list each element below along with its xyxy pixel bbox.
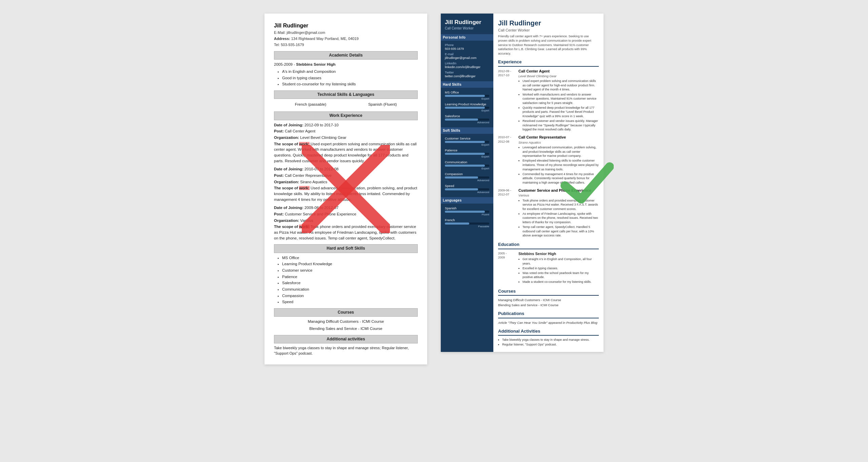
exp-2-b3: Commended by management 4 times for my p… [522,172,599,185]
courses-section-title: Courses [498,288,599,296]
personal-info-section: Personal Info [441,34,493,41]
exp-3-title: Customer Service and Phone Experience [518,188,599,193]
skill-2: Learning Product Knowledge [282,261,418,267]
speed-level: Advanced [445,191,489,194]
lpk-label: Learning Product Knowledge [445,102,489,106]
sidebar-title: Call Center Worker [445,26,489,30]
left-contact-tel: Tel: 503-935-1679 [274,42,418,48]
right-summary: Friendly call center agent with 7+ years… [498,34,599,56]
exp-3-bullets: Took phone orders and provided exemplary… [518,198,599,238]
w2-joining: Date of Joining: 2010-07 to 2012-08 [274,166,418,172]
sidebar-name: Jill Rudlinger [445,19,489,26]
additional-text: Take biweekly yoga classes to stay in sh… [274,345,418,356]
compassion-bar-bg [445,176,489,178]
edu-1-b2: Excelled in typing classes. [522,266,599,271]
soft-skill-compassion: Compassion Advanced [445,172,489,182]
edu-1-school: Stebbins Senior High [518,251,599,256]
patience-level: Expert [445,155,489,158]
phone-value: 503-935-1679 [445,47,489,50]
work-entry-1: Date of Joining: 2012-09 to 2017-10 Post… [274,122,418,164]
exp-entry-1: 2012-09 -2017-10 Call Center Agent Level… [498,69,599,132]
hardsoft-header: Hard and Soft Skills [274,244,418,253]
spanish-label: Spanish [445,206,489,210]
french-bar-bg [445,223,489,225]
lpk-bar-bg [445,107,489,109]
communication-level: Expert [445,167,489,170]
address-label: Address: [274,37,290,41]
courses-header: Courses [274,308,418,317]
exp-1-bullets: Used expert problem solving and communic… [518,79,599,132]
french-label: French [445,218,489,222]
exp-entry-3: 2009-06 -2012-07 Customer Service and Ph… [498,188,599,238]
edu-1-bullets: Got straight A's in English and Composit… [518,257,599,284]
spanish-bar-bg [445,211,489,213]
lang-french-bar: French Passable [445,218,489,228]
experience-section-title: Experience [498,59,599,66]
cs-bar-bg [445,141,489,143]
w3-joining: Date of Joining: 2009-06 to 2012-07 [274,205,418,211]
skill-8: Speed [282,299,418,305]
languages-row: French (passable) Spanish (Fluent) [274,101,418,108]
course-2: Blending Sales and Service - ICMI Course [274,326,418,332]
left-contact-email: E-Mail: jillrudlinger@gmail.com [274,30,418,36]
cs-bar-fill [445,141,485,143]
phone-label: Phone [445,43,489,47]
edu-1-b1: Got straight A's in English and Composit… [522,257,599,266]
spanish-level: Fluent [445,213,489,216]
speed-label: Speed [445,184,489,188]
twitter-value: twitter.com/jilllrudlinger [445,75,489,78]
right-name: Jill Rudlinger [498,18,599,28]
salesforce-bar-fill [445,119,478,121]
speed-bar-fill [445,188,478,190]
academic-bullet-1: A's in English and Composition [282,69,418,75]
speed-bar-bg [445,188,489,190]
communication-bar-fill [445,165,485,167]
w1-post: Post: Call Center Agent [274,128,418,134]
twitter-label: Twitter [445,71,489,74]
compassion-level: Advanced [445,179,489,182]
exp-2-bullets: Leveraged advanced communication, proble… [518,145,599,185]
exp-3-b3: Temp call center agent, SpeedyCollect. H… [522,225,599,238]
exp-1-company: Level Bevel Climbing Gear [518,74,599,78]
exp-2-body: Call Center Representative Sirano Aquati… [518,135,599,185]
exp-3-b2: As employee of Friedman Landscaping, spo… [522,212,599,225]
edu-1-b3: Was voted onto the school yearbook team … [522,271,599,279]
academic-bullet-2: Good in typing classes [282,75,418,81]
academic-bullets: A's in English and Composition Good in t… [274,69,418,87]
exp-1-dates: 2012-09 -2017-10 [498,69,516,132]
w2-org: Organization: Sirano Aquatics [274,179,418,185]
w1-joining: Date of Joining: 2012-09 to 2017-10 [274,122,418,128]
skill-1: MS Office [282,255,418,261]
exp-1-b1: Used expert problem solving and communic… [522,79,599,92]
academic-dates: 2005-2009 - [274,62,295,66]
publication-text: Article "They Can Hear You Smile" appear… [498,320,599,325]
linkedin-value: linkedin.com/in/jillrudlinger [445,65,489,69]
skill-5: Salesforce [282,280,418,286]
course-right-1: Managing Difficult Customers - ICMI Cour… [498,298,599,302]
publications-section-title: Publications [498,311,599,318]
spanish-bar-fill [445,211,485,213]
ms-office-bar-bg [445,95,489,97]
edu-1-dates: 2005 -2009 [498,251,516,285]
w1-scope: The scope of work: Used expert problem s… [274,141,418,164]
exp-1-b3: Quickly mastered deep product knowledge … [522,106,599,119]
patience-bar-fill [445,153,485,155]
academic-school: Stebbins Senior High [296,62,335,66]
lpk-level: Expert [445,109,489,112]
communication-bar-bg [445,165,489,167]
work-entry-2: Date of Joining: 2010-07 to 2012-08 Post… [274,166,418,202]
cs-level: Expert [445,143,489,146]
hard-soft-skills-list: MS Office Learning Product Knowledge Cus… [274,255,418,305]
resume-right: Jill Rudlinger Call Center Worker Person… [441,14,604,352]
email-label: E-mail [445,52,489,56]
hard-skills-section: Hard Skills [441,81,493,88]
edu-1-b4: Made a student co-counselor for my liste… [522,280,599,284]
soft-skill-communication: Communication Expert [445,160,489,170]
w2-post: Post: Call Center Representative [274,173,418,178]
work-header: Work Experience [274,111,418,120]
education-section-title: Education [498,241,599,249]
exp-3-b1: Took phone orders and provided exemplary… [522,198,599,211]
left-contact-address: Address: 134 Rightward Way Portland, ME,… [274,36,418,42]
lpk-bar-fill [445,107,485,109]
languages-section: Languages [441,197,493,204]
